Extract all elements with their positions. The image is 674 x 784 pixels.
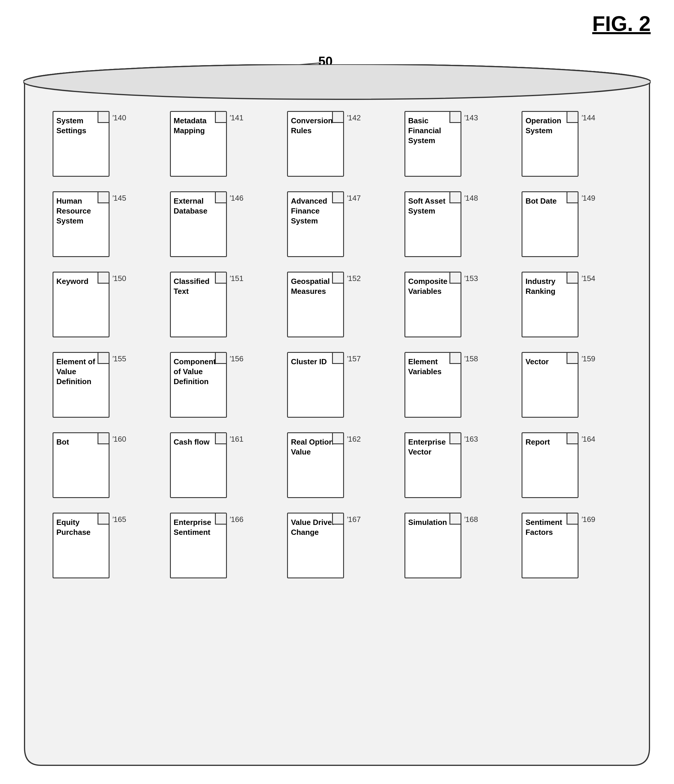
doc-number-23: ’163 xyxy=(464,435,478,444)
doc-number-12: ’152 xyxy=(346,274,361,283)
doc-number-17: ’157 xyxy=(346,354,361,363)
figure-title: FIG. 2 xyxy=(592,12,651,36)
doc-icon-5: Human Resource System xyxy=(53,191,110,257)
doc-item-21: Cash flow ’161 xyxy=(170,432,270,498)
doc-icon-27: Value Driver Change xyxy=(287,513,344,579)
doc-item-24: Report ’164 xyxy=(522,432,621,498)
doc-number-16: ’156 xyxy=(229,354,244,363)
doc-icon-3: Basic Financial System xyxy=(404,111,461,177)
doc-number-4: ’144 xyxy=(581,114,595,122)
doc-number-22: ’162 xyxy=(346,435,361,444)
doc-icon-13: Composite Variables xyxy=(404,272,461,338)
doc-icon-23: Enterprise Vector xyxy=(404,432,461,498)
doc-number-13: ’153 xyxy=(464,274,478,283)
doc-number-11: ’151 xyxy=(229,274,244,283)
doc-item-16: Component of Value Definition ’156 xyxy=(170,352,270,418)
doc-item-6: External Database ’146 xyxy=(170,191,270,257)
doc-icon-10: Keyword xyxy=(53,272,110,338)
doc-number-29: ’169 xyxy=(581,515,595,524)
doc-icon-29: Sentiment Factors xyxy=(522,513,579,579)
doc-item-18: Element Variables ’158 xyxy=(404,352,504,418)
doc-number-24: ’164 xyxy=(581,435,595,444)
doc-number-9: ’149 xyxy=(581,194,595,203)
doc-item-20: Bot ’160 xyxy=(53,432,152,498)
doc-item-0: System Settings ’140 xyxy=(53,111,152,177)
doc-number-14: ’154 xyxy=(581,274,595,283)
doc-number-28: ’168 xyxy=(464,515,478,524)
doc-icon-6: External Database xyxy=(170,191,227,257)
doc-icon-8: Soft Asset System xyxy=(404,191,461,257)
doc-item-4: Operation System ’144 xyxy=(522,111,621,177)
doc-item-28: Simulation ’168 xyxy=(404,513,504,579)
doc-item-9: Bot Date ’149 xyxy=(522,191,621,257)
doc-number-21: ’161 xyxy=(229,435,244,444)
doc-icon-24: Report xyxy=(522,432,579,498)
doc-number-27: ’167 xyxy=(346,515,361,524)
doc-item-14: Industry Ranking ’154 xyxy=(522,272,621,338)
doc-icon-21: Cash flow xyxy=(170,432,227,498)
doc-item-22: Real Option Value ’162 xyxy=(287,432,387,498)
doc-item-13: Composite Variables ’153 xyxy=(404,272,504,338)
doc-icon-14: Industry Ranking xyxy=(522,272,579,338)
doc-icon-20: Bot xyxy=(53,432,110,498)
doc-item-29: Sentiment Factors ’169 xyxy=(522,513,621,579)
doc-icon-25: Equity Purchase xyxy=(53,513,110,579)
doc-number-8: ’148 xyxy=(464,194,478,203)
doc-number-2: ’142 xyxy=(346,114,361,122)
doc-item-11: Classified Text ’151 xyxy=(170,272,270,338)
svg-point-6 xyxy=(23,64,651,99)
doc-item-25: Equity Purchase ’165 xyxy=(53,513,152,579)
doc-number-6: ’146 xyxy=(229,194,244,203)
doc-icon-28: Simulation xyxy=(404,513,461,579)
doc-item-10: Keyword ’150 xyxy=(53,272,152,338)
doc-number-5: ’145 xyxy=(112,194,126,203)
doc-icon-16: Component of Value Definition xyxy=(170,352,227,418)
doc-item-26: Enterprise Sentiment ’166 xyxy=(170,513,270,579)
doc-number-26: ’166 xyxy=(229,515,244,524)
doc-item-8: Soft Asset System ’148 xyxy=(404,191,504,257)
doc-icon-9: Bot Date xyxy=(522,191,579,257)
doc-icon-11: Classified Text xyxy=(170,272,227,338)
doc-number-25: ’165 xyxy=(112,515,126,524)
doc-icon-15: Element of Value Definition xyxy=(53,352,110,418)
doc-item-19: Vector ’159 xyxy=(522,352,621,418)
doc-number-18: ’158 xyxy=(464,354,478,363)
doc-item-12: Geospatial Measures ’152 xyxy=(287,272,387,338)
doc-icon-22: Real Option Value xyxy=(287,432,344,498)
doc-icon-19: Vector xyxy=(522,352,579,418)
doc-icon-12: Geospatial Measures xyxy=(287,272,344,338)
doc-item-3: Basic Financial System ’143 xyxy=(404,111,504,177)
doc-icon-1: Metadata Mapping xyxy=(170,111,227,177)
doc-item-5: Human Resource System ’145 xyxy=(53,191,152,257)
doc-icon-2: Conversion Rules xyxy=(287,111,344,177)
doc-item-27: Value Driver Change ’167 xyxy=(287,513,387,579)
doc-number-7: ’147 xyxy=(346,194,361,203)
doc-item-2: Conversion Rules ’142 xyxy=(287,111,387,177)
doc-number-19: ’159 xyxy=(581,354,595,363)
doc-item-7: Advanced Finance System ’147 xyxy=(287,191,387,257)
doc-item-17: Cluster ID ’157 xyxy=(287,352,387,418)
doc-item-15: Element of Value Definition ’155 xyxy=(53,352,152,418)
doc-number-0: ’140 xyxy=(112,114,126,122)
doc-number-15: ’155 xyxy=(112,354,126,363)
doc-icon-17: Cluster ID xyxy=(287,352,344,418)
doc-icon-7: Advanced Finance System xyxy=(287,191,344,257)
doc-icon-4: Operation System xyxy=(522,111,579,177)
doc-item-23: Enterprise Vector ’163 xyxy=(404,432,504,498)
doc-number-20: ’160 xyxy=(112,435,126,444)
doc-item-1: Metadata Mapping ’141 xyxy=(170,111,270,177)
doc-number-1: ’141 xyxy=(229,114,244,122)
doc-icon-26: Enterprise Sentiment xyxy=(170,513,227,579)
doc-number-10: ’150 xyxy=(112,274,126,283)
documents-grid: System Settings ’140 Metadata Mapping ’1… xyxy=(47,105,627,584)
doc-number-3: ’143 xyxy=(464,114,478,122)
doc-icon-18: Element Variables xyxy=(404,352,461,418)
doc-icon-0: System Settings xyxy=(53,111,110,177)
